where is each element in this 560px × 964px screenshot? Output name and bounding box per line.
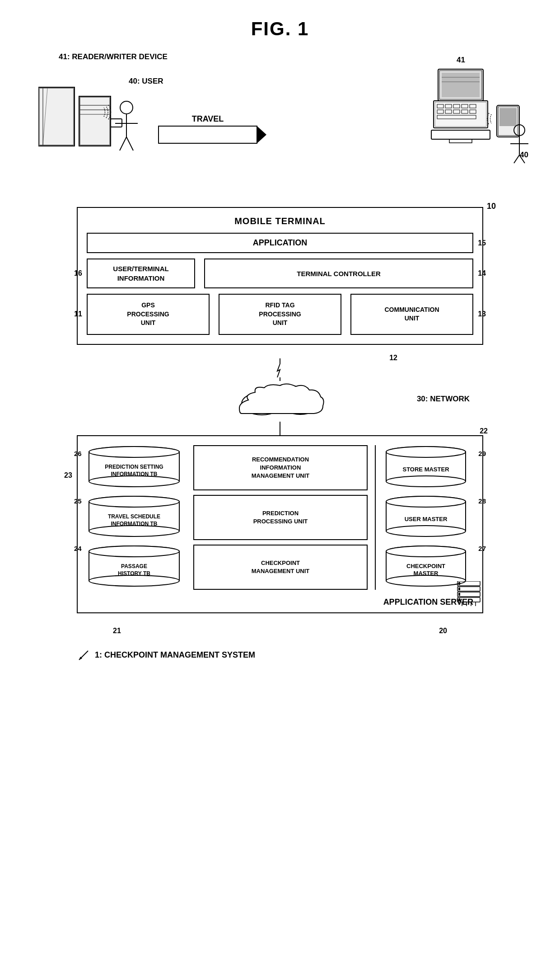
gps-number: 11 xyxy=(74,310,82,318)
middle-row: 16 USER/TERMINALINFORMATION TERMINAL CON… xyxy=(87,259,473,288)
svg-rect-103 xyxy=(458,593,460,596)
svg-rect-33 xyxy=(431,130,490,139)
network-area: 30: NETWORK xyxy=(77,381,483,422)
svg-rect-100 xyxy=(457,587,480,591)
svg-rect-1 xyxy=(39,88,74,145)
rfid-label: RFID TAGPROCESSINGUNIT xyxy=(259,301,301,328)
svg-point-64 xyxy=(89,526,179,536)
comm-unit-box: COMMUNICATIONUNIT xyxy=(350,294,473,335)
master-num-29: 29 xyxy=(478,450,486,457)
comm-number: 13 xyxy=(478,310,486,318)
network-to-server-line xyxy=(32,422,528,435)
svg-point-80 xyxy=(386,476,466,487)
master-num-28: 28 xyxy=(478,497,486,505)
master-num-27: 27 xyxy=(478,545,486,552)
num-40-right: 40 xyxy=(520,150,528,160)
db-num-24: 24 xyxy=(74,545,82,552)
svg-rect-105 xyxy=(458,598,460,601)
svg-point-72 xyxy=(89,575,179,586)
user-terminal-number: 16 xyxy=(74,269,82,277)
svg-point-88 xyxy=(386,496,466,507)
bottom-row: 11 GPSPROCESSINGUNIT RFID TAGPROCESSINGU… xyxy=(87,294,473,335)
rfid-processing-number: 12 xyxy=(389,354,397,362)
travel-arrow-shape xyxy=(158,126,257,144)
num-41-right: 41 xyxy=(457,56,465,65)
svg-rect-102 xyxy=(457,592,480,597)
master-column: 29 28 27 STORE M xyxy=(383,445,473,590)
svg-text:CHECKPOINT: CHECKPOINT xyxy=(406,563,445,569)
bottom-num-labels: 21 20 xyxy=(86,627,474,635)
comm-label: COMMUNICATIONUNIT xyxy=(384,306,439,323)
svg-text:INFORMATION TB: INFORMATION TB xyxy=(111,471,157,477)
app-server-area: 23 22 26 25 24 xyxy=(77,435,483,635)
svg-point-95 xyxy=(386,546,466,557)
system-label-area: 1: CHECKPOINT MANAGEMENT SYSTEM xyxy=(77,649,483,662)
application-box: APPLICATION xyxy=(87,233,473,253)
svg-rect-98 xyxy=(457,581,480,586)
server-num-22: 22 xyxy=(480,427,488,435)
recommendation-mgmt-label: RECOMMENDATIONINFORMATIONMANAGEMENT UNIT xyxy=(252,456,310,480)
db-num-25: 25 xyxy=(74,497,82,505)
svg-rect-104 xyxy=(457,597,480,602)
application-row: APPLICATION 15 xyxy=(87,233,473,253)
user-terminal-info-box: USER/TERMINALINFORMATION xyxy=(87,259,195,288)
svg-rect-21 xyxy=(435,102,486,127)
svg-rect-37 xyxy=(499,108,517,126)
svg-point-81 xyxy=(386,447,466,457)
mgmt-column: RECOMMENDATIONINFORMATIONMANAGEMENT UNIT… xyxy=(193,445,368,590)
store-master-cylinder: STORE MASTER xyxy=(383,445,473,490)
db-passage-history: PASSAGE HISTORY TB xyxy=(87,545,186,590)
db-travel-schedule: TRAVEL SCHEDULE INFORMATION TB xyxy=(87,495,186,540)
user-terminal-info-label: USER/TERMINALINFORMATION xyxy=(113,264,168,283)
server-num-23: 23 xyxy=(64,471,72,480)
svg-text:PREDICTION SETTING: PREDICTION SETTING xyxy=(105,464,163,470)
prediction-processing-box: PREDICTIONPROCESSING UNIT xyxy=(193,495,368,540)
svg-text:INFORMATION TB: INFORMATION TB xyxy=(111,521,157,527)
mobile-terminal-area: 10 MOBILE TERMINAL APPLICATION 15 16 USE… xyxy=(77,207,483,345)
svg-text:MASTER: MASTER xyxy=(414,570,439,577)
checkpoint-mgmt-box: CHECKPOINTMANAGEMENT UNIT xyxy=(193,545,368,590)
mobile-terminal-label: MOBILE TERMINAL xyxy=(87,216,473,226)
travel-label: TRAVEL xyxy=(192,114,224,124)
svg-rect-34 xyxy=(449,139,472,143)
checkpoint-mgmt-label: CHECKPOINTMANAGEMENT UNIT xyxy=(252,559,310,575)
bottom-num-21: 21 xyxy=(113,627,121,635)
gps-unit-box: GPSPROCESSINGUNIT xyxy=(87,294,210,335)
svg-point-65 xyxy=(89,496,179,507)
svg-line-12 xyxy=(120,137,126,150)
svg-line-41 xyxy=(514,155,519,163)
svg-line-13 xyxy=(126,137,133,150)
mobile-terminal-number: 10 xyxy=(487,202,496,211)
svg-point-87 xyxy=(386,526,466,536)
user-master-cylinder: USER MASTER xyxy=(383,495,473,540)
svg-text:USER MASTER: USER MASTER xyxy=(405,516,448,522)
terminal-controller-box: TERMINAL CONTROLLER xyxy=(204,259,473,288)
mobile-terminal-box: 10 MOBILE TERMINAL APPLICATION 15 16 USE… xyxy=(77,207,483,345)
svg-rect-17 xyxy=(442,73,480,97)
reader-writer-label: 41: READER/WRITER DEVICE xyxy=(59,52,168,61)
travel-arrow: TRAVEL xyxy=(158,114,257,144)
page-title: FIG. 1 xyxy=(0,0,560,49)
svg-text:STORE MASTER: STORE MASTER xyxy=(402,466,449,473)
diagram-container: 41: READER/WRITER DEVICE xyxy=(32,49,528,662)
app-server-box: 26 25 24 PREDICT xyxy=(77,435,483,613)
lightning-connector xyxy=(32,358,528,381)
system-label: 1: CHECKPOINT MANAGEMENT SYSTEM xyxy=(95,650,255,660)
db-prediction-setting: PREDICTION SETTING INFORMATION TB xyxy=(87,445,186,490)
svg-point-9 xyxy=(120,101,133,114)
svg-text:TRAVEL SCHEDULE: TRAVEL SCHEDULE xyxy=(108,513,160,520)
page-wrapper: FIG. 1 41: READER/WRITER DEVICE xyxy=(0,0,560,662)
vertical-line-2 xyxy=(280,422,280,435)
app-number: 15 xyxy=(478,239,486,247)
svg-text:HISTORY TB: HISTORY TB xyxy=(118,570,150,577)
rfid-unit-box: RFID TAGPROCESSINGUNIT xyxy=(219,294,341,335)
top-section: 41: READER/WRITER DEVICE xyxy=(32,49,528,202)
svg-point-57 xyxy=(89,447,179,457)
cloud-svg xyxy=(235,381,325,419)
svg-point-73 xyxy=(89,546,179,557)
svg-rect-99 xyxy=(458,582,460,585)
recommendation-mgmt-box: RECOMMENDATIONINFORMATIONMANAGEMENT UNIT xyxy=(193,445,368,490)
server-divider xyxy=(375,445,376,590)
svg-rect-101 xyxy=(458,588,460,590)
user-label: 40: USER xyxy=(129,77,163,86)
